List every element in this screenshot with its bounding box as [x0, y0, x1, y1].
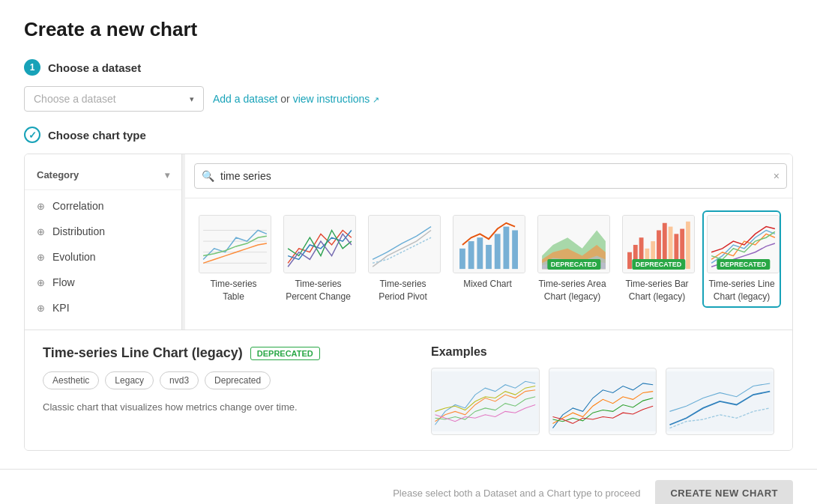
details-left: Time-series Line Chart (legacy) DEPRECAT…: [43, 345, 386, 435]
svg-rect-9: [468, 241, 474, 269]
tag-deprecated[interactable]: Deprecated: [205, 371, 271, 389]
sidebar-item-evolution[interactable]: ⊕ Evolution: [25, 244, 181, 270]
deprecated-badge-bar: DEPRECATED: [632, 259, 685, 270]
chart-card-time-series-percent[interactable]: Time-series Percent Change: [279, 210, 358, 308]
dataset-links: Add a dataset or view instructions ↗: [213, 93, 379, 105]
sidebar: Category ▾ ⊕ Correlation ⊕ Distribution …: [25, 154, 182, 330]
main-panel: 🔍 ×: [185, 154, 793, 330]
details-top: Time-series Line Chart (legacy) DEPRECAT…: [43, 345, 774, 435]
svg-rect-6: [369, 216, 440, 273]
chart-label-mixed-chart: Mixed Chart: [453, 278, 522, 291]
svg-rect-8: [459, 249, 465, 269]
sidebar-chevron-icon: ▾: [165, 170, 169, 180]
examples-title: Examples: [431, 345, 774, 359]
sidebar-item-distribution[interactable]: ⊕ Distribution: [25, 219, 181, 244]
step2-label: Choose chart type: [48, 129, 146, 142]
example-thumb-1[interactable]: [431, 368, 540, 435]
deprecated-badge-area: DEPRECATED: [547, 259, 600, 270]
chart-card-time-series-bar[interactable]: DEPRECATED Time-series Bar Chart (legacy…: [618, 210, 696, 308]
chart-thumb-time-series-area: DEPRECATED: [537, 215, 610, 273]
chart-card-time-series-area[interactable]: DEPRECATED Time-series Area Chart (legac…: [533, 210, 612, 308]
chart-type-inner: Category ▾ ⊕ Correlation ⊕ Distribution …: [25, 154, 792, 330]
svg-rect-14: [512, 230, 518, 269]
example-thumb-2[interactable]: [549, 368, 657, 435]
correlation-icon: ⊕: [37, 201, 45, 212]
search-input[interactable]: [194, 163, 787, 189]
search-bar: 🔍 ×: [185, 154, 793, 198]
chart-label-time-series-line: Time-series Line Chart (legacy): [707, 278, 777, 303]
chart-card-mixed-chart[interactable]: Mixed Chart: [448, 210, 527, 308]
svg-rect-31: [686, 222, 690, 269]
chart-thumb-time-series-line: DEPRECATED: [707, 215, 780, 273]
svg-rect-11: [486, 245, 492, 269]
svg-rect-34: [549, 371, 657, 431]
chart-detail-title: Time-series Line Chart (legacy) DEPRECAT…: [43, 345, 386, 361]
chart-label-time-series-table: Time-series Table: [199, 278, 268, 303]
dataset-row: Choose a dataset ▾ Add a dataset or view…: [24, 86, 793, 112]
chart-type-section: Category ▾ ⊕ Correlation ⊕ Distribution …: [24, 154, 793, 451]
step1-number: 1: [24, 59, 40, 76]
chart-label-time-series-bar: Time-series Bar Chart (legacy): [622, 278, 692, 303]
step1-label: Choose a dataset: [48, 61, 141, 74]
tag-legacy[interactable]: Legacy: [105, 371, 154, 389]
chart-thumb-time-series-percent: [283, 215, 356, 273]
sidebar-label-evolution: Evolution: [52, 251, 96, 263]
tag-aesthetic[interactable]: Aesthetic: [43, 371, 99, 389]
footer-hint: Please select both a Dataset and a Chart…: [393, 488, 640, 499]
dataset-placeholder: Choose a dataset: [34, 93, 116, 105]
step2-header: ✓ Choose chart type: [24, 127, 793, 143]
sidebar-label-correlation: Correlation: [52, 200, 103, 212]
kpi-icon: ⊕: [37, 303, 45, 314]
search-icon: 🔍: [202, 170, 214, 182]
clear-search-icon[interactable]: ×: [774, 170, 780, 182]
details-right: Examples: [431, 345, 774, 435]
evolution-icon: ⊕: [37, 252, 45, 263]
example-thumb-3[interactable]: [666, 368, 774, 435]
chart-card-time-series-line[interactable]: DEPRECATED Time-series Line Chart (legac…: [702, 210, 781, 308]
sidebar-item-flow[interactable]: ⊕ Flow: [25, 270, 181, 295]
sidebar-label-distribution: Distribution: [52, 225, 105, 237]
step2-check: ✓: [24, 127, 40, 143]
chart-description: Classic chart that visualizes how metric…: [43, 400, 386, 415]
chart-label-time-series-area: Time-series Area Chart (legacy): [537, 278, 607, 303]
flow-icon: ⊕: [37, 277, 45, 288]
chart-card-time-series-table[interactable]: Time-series Table: [194, 210, 273, 308]
sidebar-label-kpi: KPI: [52, 302, 70, 314]
svg-rect-13: [504, 227, 510, 270]
footer-bar: Please select both a Dataset and a Chart…: [0, 469, 817, 504]
or-text: or: [280, 93, 292, 105]
deprecated-tag: DEPRECATED: [250, 347, 320, 360]
sidebar-header: Category ▾: [25, 163, 181, 190]
chart-thumb-mixed-chart: [453, 215, 525, 273]
chart-label-time-series-percent: Time-series Percent Change: [283, 278, 353, 303]
chart-thumb-time-series-table: [199, 215, 271, 273]
tag-nvd3[interactable]: nvd3: [160, 371, 199, 389]
sidebar-label-flow: Flow: [52, 276, 75, 288]
page-title: Create a new chart: [24, 18, 793, 41]
chart-thumb-time-series-period: [368, 215, 441, 273]
dataset-select[interactable]: Choose a dataset ▾: [24, 86, 204, 112]
chart-label-time-series-period: Time-series Period Pivot: [368, 278, 438, 303]
examples-row: [431, 368, 774, 435]
sidebar-item-correlation[interactable]: ⊕ Correlation: [25, 193, 181, 219]
deprecated-badge-line: DEPRECATED: [717, 259, 770, 270]
details-panel: Time-series Line Chart (legacy) DEPRECAT…: [25, 330, 792, 450]
tags: Aesthetic Legacy nvd3 Deprecated: [43, 371, 386, 389]
svg-rect-10: [477, 237, 483, 269]
svg-rect-12: [495, 234, 501, 269]
sidebar-item-kpi[interactable]: ⊕ KPI: [25, 295, 181, 321]
add-dataset-link[interactable]: Add a dataset: [213, 93, 277, 105]
view-instructions-link[interactable]: view instructions ↗: [293, 93, 380, 105]
dropdown-arrow-icon: ▾: [190, 94, 194, 104]
chart-card-time-series-period[interactable]: Time-series Period Pivot: [364, 210, 442, 308]
svg-rect-5: [284, 216, 355, 273]
step1-header: 1 Choose a dataset: [24, 59, 793, 76]
chart-thumb-time-series-bar: DEPRECATED: [622, 215, 695, 273]
distribution-icon: ⊕: [37, 226, 45, 237]
create-new-chart-button[interactable]: CREATE NEW CHART: [655, 480, 793, 504]
chart-grid: Time-series Table: [185, 198, 793, 320]
